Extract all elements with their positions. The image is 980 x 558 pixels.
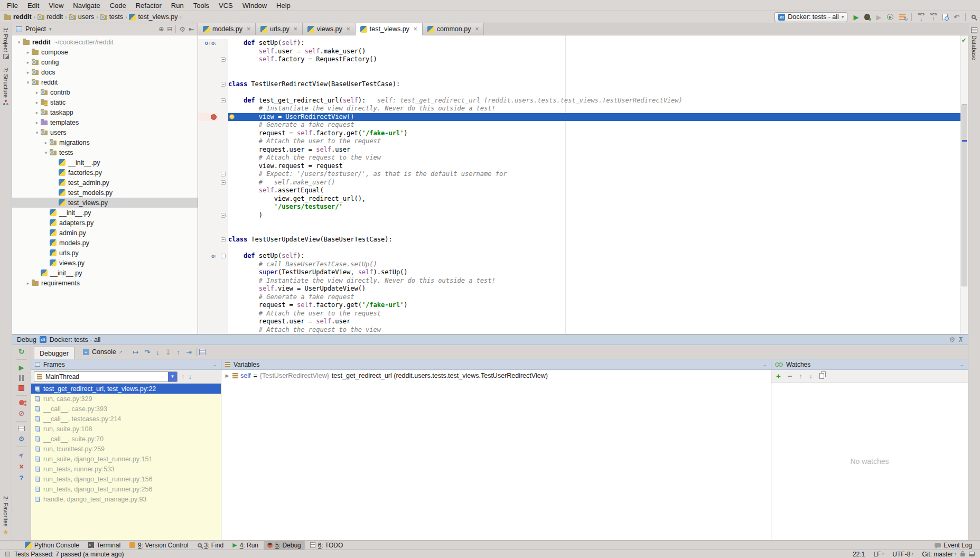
stack-frame[interactable]: __call__, suite.py:70 [31,434,221,444]
settings-icon[interactable]: ⚙ [949,336,956,343]
hide-panel-icon[interactable]: ⊼ [958,336,963,343]
code-line[interactable]: class TestUserUpdateView(BaseUserTestCas… [198,236,968,244]
step-over-icon[interactable]: ↷ [143,349,152,356]
debug-tab-debugger[interactable]: Debugger [34,347,74,359]
stack-frame[interactable]: run, suite.py:108 [31,424,221,434]
thread-dropdown[interactable]: MainThread ▼ [34,371,178,382]
pin-tab-icon[interactable]: ➤ [17,450,26,459]
add-watch-icon[interactable]: + [776,372,781,380]
fold-gutter[interactable] [218,64,228,72]
editor-gutter[interactable]: o↑ [198,252,218,261]
settings-icon[interactable]: ⚙ [179,26,185,33]
tree-item-users[interactable]: ▾users [12,127,198,137]
code-text[interactable] [228,244,960,253]
vcs-update-icon[interactable]: VCS↓ [918,13,924,22]
close-tab-icon[interactable]: × [414,25,417,33]
fold-gutter[interactable] [218,80,228,89]
code-text[interactable]: # Attach the user to the request [228,310,960,318]
code-editor[interactable]: ✔ o↑o↓ def setUp(self): self.user = self… [198,35,968,334]
tree-expand-icon[interactable]: ▸ [24,60,32,65]
fold-marker-icon[interactable] [221,180,226,185]
tree-item-contrib[interactable]: ▸contrib [12,87,198,97]
duplicate-watch-icon[interactable] [819,373,824,379]
tree-item-templates[interactable]: ▸templates [12,117,198,127]
status-22-1[interactable]: 22:1 [853,551,865,558]
toolwindow-python-console[interactable]: Python Console [21,541,83,550]
fold-marker-icon[interactable] [221,172,226,176]
tab-urls-py[interactable]: urls.py× [256,23,303,35]
editor-gutter[interactable] [198,48,218,56]
run-with-coverage-icon[interactable]: ▶ [876,13,881,21]
tree-item-urls-py[interactable]: urls.py [12,248,198,258]
tab-test_views-py[interactable]: test_views.py× [356,23,423,35]
toolwindow-terminal[interactable]: >_Terminal [85,541,124,550]
editor-gutter[interactable] [198,318,218,326]
editor-gutter[interactable] [198,72,218,80]
close-tab-icon[interactable]: × [475,25,479,33]
editor-gutter[interactable] [198,105,218,113]
resume-program-icon[interactable]: ▶ [19,364,24,371]
menu-view[interactable]: View [44,1,68,10]
tree-collapse-icon[interactable]: ▾ [24,80,32,85]
code-line[interactable]: request = self.factory.get('/fake-url') [198,301,968,310]
code-text[interactable]: class TestUserUpdateView(BaseUserTestCas… [228,236,960,244]
code-text[interactable]: view.request = request [228,162,960,171]
fold-gutter[interactable] [218,211,228,220]
code-line[interactable]: o↑ def setUp(self): [198,252,968,261]
code-line[interactable]: # Attach the request to the view [198,326,968,334]
fold-gutter[interactable] [218,195,228,203]
code-text[interactable]: '/users/testuser/' [228,203,960,211]
code-line[interactable]: # Attach the user to the request [198,137,968,146]
code-text[interactable]: self.assertEqual( [228,187,960,195]
current-execution-line[interactable]: view = UserRedirectView() [228,113,960,122]
menu-code[interactable]: Code [105,1,131,10]
tree-item-__init__-py[interactable]: __init__.py [12,268,198,278]
fold-gutter[interactable] [218,326,228,334]
tree-expand-icon[interactable]: ▸ [33,110,41,115]
code-line[interactable] [198,72,968,80]
tree-expand-icon[interactable]: ▸ [24,70,32,75]
tree-collapse-icon[interactable]: ▾ [42,150,50,155]
fold-marker-icon[interactable] [221,82,226,87]
breadcrumb-item[interactable]: reddit [4,13,32,21]
fold-gutter[interactable] [218,162,228,171]
toolwindow-4-run[interactable]: ▶4: Run [229,541,262,550]
editor-gutter[interactable] [198,310,218,318]
code-line[interactable]: # Instantiate the view directly. Never d… [198,105,968,113]
run-to-cursor-icon[interactable]: ⇥ [184,349,193,356]
code-line[interactable]: view.request = request [198,162,968,171]
fold-gutter[interactable] [218,48,228,56]
stack-frame[interactable]: run_tests, runner.py:533 [31,464,221,474]
editor-gutter[interactable] [198,97,218,105]
fold-gutter[interactable] [218,39,228,48]
tree-expand-icon[interactable]: ▸ [33,100,41,105]
code-text[interactable]: # Attach the request to the view [228,326,960,334]
editor-gutter[interactable] [198,162,218,171]
tree-item-taskapp[interactable]: ▸taskapp [12,107,198,117]
code-text[interactable]: # Instantiate the view directly. Never d… [228,105,960,113]
tree-collapse-icon[interactable]: ▾ [15,40,23,45]
tree-item-reddit[interactable]: ▾reddit [12,77,198,87]
code-text[interactable]: view.get_redirect_url(), [228,195,960,203]
project-header-label[interactable]: Project [25,25,46,33]
undo-icon[interactable]: ↶ [954,13,959,21]
code-line[interactable]: request = self.factory.get('/fake-url') [198,129,968,138]
tree-item-factories-py[interactable]: factories.py [12,168,198,178]
editor-gutter[interactable] [198,261,218,269]
move-watch-down-icon[interactable]: ↓ [809,373,813,380]
code-line[interactable]: # Attach the user to the request [198,310,968,318]
hide-panel-icon[interactable]: ⇤ [189,25,194,33]
menu-refactor[interactable]: Refactor [131,1,166,10]
fold-marker-icon[interactable] [221,254,226,258]
chevron-down-icon[interactable]: ▾ [49,26,52,32]
step-out-icon[interactable]: ↑ [175,349,182,356]
status-utf-8[interactable]: UTF-8↕ [892,551,913,558]
status-git-master[interactable]: Git: master↕ [922,551,956,558]
editor-gutter[interactable] [198,244,218,253]
tree-item-static[interactable]: ▸static [12,97,198,107]
code-line[interactable] [198,64,968,72]
editor-gutter[interactable] [198,219,218,228]
toolwindow-event-log[interactable]: Event Log [931,541,976,550]
code-line[interactable]: # Generate a fake request [198,293,968,302]
tree-expand-icon[interactable]: ▸ [33,120,41,125]
